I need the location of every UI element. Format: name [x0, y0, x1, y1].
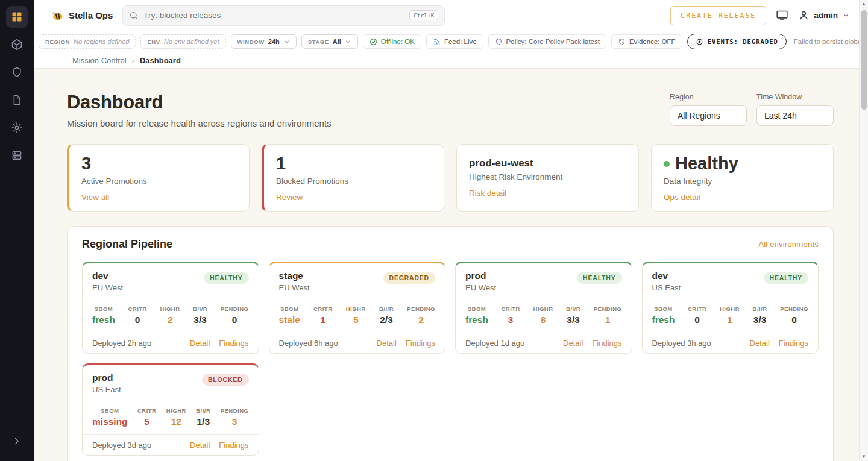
metric-bir: B/I/R2/3	[379, 306, 394, 325]
gear-icon	[11, 122, 23, 134]
pipeline-card-stage-eu-west: stageEU WestDEGRADEDSBOMstaleCRITR1HIGHR…	[269, 262, 446, 354]
filter-label: Region	[670, 93, 747, 101]
sidebar-expand-button[interactable]	[7, 432, 27, 450]
page-filters: RegionAll RegionsTime WindowLast 24h	[670, 92, 834, 126]
metric-label: B/I/R	[196, 407, 210, 414]
sidebar-item-infrastructure[interactable]	[6, 145, 28, 166]
window-chip-value: 24h	[268, 38, 280, 45]
chevron-right-icon	[11, 436, 22, 447]
findings-link[interactable]: Findings	[779, 339, 808, 348]
events-status-pill[interactable]: EVENTS: DEGRADED	[687, 34, 787, 49]
sidebar-item-releases[interactable]	[6, 34, 28, 55]
pipeline-card-metrics: SBOMmissingCRITR5HIGHR12B/I/R1/3PENDING3	[83, 401, 259, 434]
pipeline-card-title: devUS East	[652, 271, 681, 292]
metric-value: 2	[407, 315, 435, 325]
metric-critr: CRITR0	[688, 306, 707, 325]
stat-card-link-highest-risk-environment[interactable]: Risk detail	[469, 189, 506, 198]
time-window-select[interactable]: Last 24h	[756, 105, 834, 126]
stat-card-value: 1	[276, 154, 432, 174]
stat-card-link-data-integrity[interactable]: Ops detail	[664, 193, 700, 202]
pipeline-card-links: DetailFindings	[750, 339, 808, 348]
stage-dropdown-chip[interactable]: STAGE All	[301, 34, 358, 49]
metric-value: fresh	[465, 315, 488, 325]
stat-card-data-integrity: HealthyData IntegrityOps detail	[651, 144, 834, 212]
env-chip-label: ENV	[147, 39, 160, 45]
scrollbar-down-arrow[interactable]: ▼	[861, 453, 866, 461]
findings-link[interactable]: Findings	[592, 339, 621, 348]
metric-label: HIGHR	[160, 306, 180, 312]
status-chip-offline[interactable]: Offline: OK	[363, 34, 421, 49]
status-chip-feed[interactable]: Feed: Live	[426, 34, 483, 49]
top-bar: Stella Ops Ctrl+K CREATE RELEASE admin	[34, 0, 868, 31]
metric-value: 1	[594, 315, 622, 325]
region-context-chip[interactable]: REGION No regions defined	[39, 34, 136, 49]
stat-card-label: Active Promotions	[81, 177, 237, 186]
display-mode-button[interactable]	[776, 9, 788, 22]
create-release-button[interactable]: CREATE RELEASE	[670, 6, 766, 25]
metric-value: 3	[221, 416, 249, 427]
status-chip-evidence[interactable]: Evidence: OFF	[611, 34, 682, 49]
findings-link[interactable]: Findings	[219, 441, 248, 450]
metric-label: B/I/R	[753, 306, 767, 312]
breadcrumb-mission-control[interactable]: Mission Control	[72, 56, 127, 65]
pipeline-card-header: devEU WestHEALTHY	[83, 263, 259, 299]
brand: Stella Ops	[51, 9, 113, 22]
metric-critr: CRITR1	[313, 306, 333, 325]
pipeline-card-metrics: SBOMstaleCRITR1HIGHR5B/I/R2/3PENDING2	[269, 299, 445, 333]
detail-link[interactable]: Detail	[190, 441, 210, 450]
detail-link[interactable]: Detail	[377, 339, 397, 348]
status-chip-label: Feed: Live	[444, 38, 477, 45]
search-shortcut-badge: Ctrl+K	[409, 10, 438, 20]
metric-label: SBOM	[92, 407, 128, 414]
detail-link[interactable]: Detail	[563, 339, 583, 348]
metric-value: 0	[780, 315, 808, 325]
status-chip-policy[interactable]: Policy: Core Policy Pack latest	[488, 34, 606, 49]
window-dropdown-chip[interactable]: WINDOW 24h	[231, 34, 297, 49]
vertical-scrollbar[interactable]: ▲ ▼	[859, 0, 868, 461]
findings-link[interactable]: Findings	[219, 339, 248, 348]
metric-label: SBOM	[92, 306, 115, 312]
sidebar-item-reports[interactable]	[6, 89, 28, 111]
pipeline-card-header: prodUS EastBLOCKED	[83, 365, 259, 401]
shield-icon	[495, 38, 503, 46]
metric-highr: HIGHR5	[346, 306, 366, 325]
pipeline-card-metrics: SBOMfreshCRITR3HIGHR8B/I/R3/3PENDING1	[456, 299, 632, 333]
scrollbar-thumb[interactable]	[861, 10, 867, 110]
sidebar-item-dashboard[interactable]	[6, 6, 28, 28]
metric-sbom: SBOMfresh	[652, 306, 675, 325]
pipeline-card-footer: Deployed 2h agoDetailFindings	[83, 333, 259, 353]
pipeline-card-dev-eu-west: devEU WestHEALTHYSBOMfreshCRITR0HIGHR2B/…	[82, 262, 259, 354]
pipeline-card-footer: Deployed 1d agoDetailFindings	[456, 333, 632, 353]
metric-label: HIGHR	[166, 407, 186, 414]
app-window: Stella Ops Ctrl+K CREATE RELEASE admin R…	[0, 0, 868, 461]
metric-value: 1/3	[196, 416, 210, 427]
shield-off-icon	[618, 38, 626, 46]
monitor-icon	[776, 9, 788, 22]
scrollbar-up-arrow[interactable]: ▲	[861, 0, 866, 8]
sidebar-item-settings[interactable]	[6, 117, 28, 139]
stat-card-link-blocked-promotions[interactable]: Review	[276, 193, 303, 202]
metric-value: 0	[128, 315, 147, 325]
search-input[interactable]	[143, 11, 404, 20]
filter-selected-value: All Regions	[678, 111, 720, 121]
brand-name: Stella Ops	[69, 10, 113, 20]
sidebar-item-policies[interactable]	[6, 61, 28, 83]
metric-critr: CRITR0	[128, 306, 147, 325]
deployed-label: Deployed 3h ago	[652, 339, 711, 348]
server-icon	[11, 149, 23, 162]
detail-link[interactable]: Detail	[190, 339, 210, 348]
region-select[interactable]: All Regions	[670, 105, 747, 126]
env-context-chip[interactable]: ENV No env defined yet	[140, 34, 225, 49]
all-environments-link[interactable]: All environments	[758, 240, 819, 249]
page-title: Dashboard	[67, 92, 332, 113]
region-chip-value: No regions defined	[74, 38, 129, 45]
user-menu[interactable]: admin	[798, 10, 850, 21]
detail-link[interactable]: Detail	[750, 339, 770, 348]
window-chip-label: WINDOW	[237, 39, 265, 45]
stat-card-link-active-promotions[interactable]: View all	[81, 193, 109, 202]
metric-pending: PENDING1	[594, 306, 622, 325]
pipeline-cards-grid: devEU WestHEALTHYSBOMfreshCRITR0HIGHR2B/…	[82, 262, 819, 456]
metric-label: HIGHR	[720, 306, 740, 312]
findings-link[interactable]: Findings	[406, 339, 435, 348]
target-icon	[696, 38, 703, 46]
